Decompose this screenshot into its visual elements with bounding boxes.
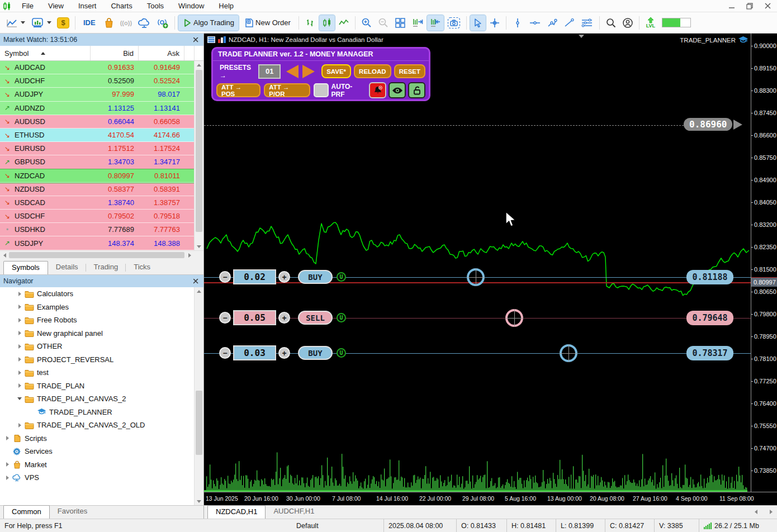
scroll-down-icon[interactable] <box>195 243 203 250</box>
navigator-item-scripts[interactable]: Scripts <box>0 432 203 445</box>
tab-details[interactable]: Details <box>48 261 86 274</box>
minimize-button[interactable] <box>728 3 736 10</box>
menu-item-file[interactable]: File <box>15 0 41 12</box>
increase-lot-button[interactable]: + <box>278 347 290 359</box>
crosshair-tool-button[interactable] <box>487 15 503 31</box>
navigator-item-services[interactable]: Services <box>0 445 203 458</box>
side-pill-sell[interactable]: SELL <box>298 311 333 325</box>
reset-button[interactable]: RESET <box>394 64 425 78</box>
levels-tool-button[interactable] <box>578 15 596 31</box>
account-button[interactable] <box>620 15 636 31</box>
attach-pending-button[interactable]: ATT → P/OR <box>264 83 310 97</box>
scroll-down-icon[interactable] <box>195 497 203 505</box>
navigator-item-trade-plan[interactable]: TRADE_PLAN <box>0 379 203 393</box>
navigator-item-market[interactable]: Market <box>0 458 203 472</box>
navigator-item-vps[interactable]: VPS <box>0 471 203 484</box>
market-watch-vscrollbar[interactable] <box>194 61 203 250</box>
market-store-button[interactable] <box>101 15 117 31</box>
tab-favorites[interactable]: Favorites <box>50 505 95 519</box>
side-pill-buy[interactable]: BUY <box>298 346 333 360</box>
navigator-item-free-robots[interactable]: Free Robots <box>0 314 203 327</box>
preset-next-button[interactable] <box>302 65 315 78</box>
restore-button[interactable] <box>746 3 754 10</box>
chart-tab-nzdcad-h1[interactable]: NZDCAD,H1 <box>207 505 266 519</box>
line-chart-mode-button[interactable] <box>336 15 352 31</box>
community-button[interactable] <box>154 15 171 31</box>
menu-item-window[interactable]: Window <box>171 0 211 12</box>
target-handle[interactable] <box>505 309 523 327</box>
navigator-close-icon[interactable] <box>191 277 200 286</box>
power-toggle-button[interactable]: U <box>337 272 346 282</box>
new-order-button[interactable]: New Order <box>240 15 295 31</box>
trade-planner-panel[interactable]: TRADE PLANNER ver. 1.2 - MONEY MANAGER P… <box>211 47 430 101</box>
tree-chevron-icon[interactable] <box>16 397 23 400</box>
navigator-item-trade-planner[interactable]: TRADE_PLANNER <box>0 406 203 419</box>
time-axis[interactable]: 13 Jun 202520 Jun 16:0030 Jun 00:007 Jul… <box>204 492 777 505</box>
search-button[interactable] <box>603 15 619 31</box>
reload-button[interactable]: RELOAD <box>354 64 391 78</box>
alert-line[interactable] <box>204 125 684 126</box>
alert-price-tag[interactable]: 0.86960 <box>684 118 742 131</box>
market-watch-row[interactable]: ↘EURUSD1.175121.17524 <box>0 142 203 155</box>
polyline-tool-button[interactable] <box>544 15 560 31</box>
tree-chevron-icon[interactable] <box>16 305 23 309</box>
increase-lot-button[interactable]: + <box>278 271 290 283</box>
tree-chevron-icon[interactable] <box>16 383 23 388</box>
navigator-item-new-graphical-panel[interactable]: New graphical panel <box>0 327 203 340</box>
market-watch-column-header[interactable]: Symbol Bid Ask <box>0 46 203 61</box>
alerts-off-button[interactable] <box>369 82 386 98</box>
decrease-lot-button[interactable]: − <box>219 271 231 283</box>
one-click-trading-icon[interactable] <box>218 36 226 43</box>
chart-tab-scroll-arrows[interactable] <box>755 510 773 514</box>
tile-windows-button[interactable] <box>392 15 408 31</box>
trendline-tool-button[interactable] <box>561 15 577 31</box>
navigator-item-trade-plan-canvas-2[interactable]: TRADE_PLAN_CANVAS_2 <box>0 392 203 406</box>
algo-trading-button[interactable]: Algo Trading <box>178 15 239 31</box>
tree-chevron-icon[interactable] <box>3 462 11 467</box>
bar-chart-mode-button[interactable] <box>302 15 318 31</box>
tree-chevron-icon[interactable] <box>3 476 11 480</box>
metaeditor-button[interactable]: IDE <box>79 15 100 31</box>
market-watch-row[interactable]: ↘USDCHF0.795020.79518 <box>0 210 203 223</box>
market-watch-row[interactable]: ↘USDCAD1.387401.38757 <box>0 196 203 210</box>
scroll-up-icon[interactable] <box>195 287 203 295</box>
market-watch-row[interactable]: ↘AUDCAD0.916330.91649 <box>0 61 203 74</box>
close-button[interactable] <box>764 3 771 10</box>
market-watch-row[interactable]: ↗GBPUSD1.347031.34717 <box>0 155 203 169</box>
attach-position-button[interactable]: ATT → POS <box>216 83 260 97</box>
tree-chevron-icon[interactable] <box>16 331 23 335</box>
horizontal-line-tool-button[interactable] <box>527 15 543 31</box>
tree-chevron-icon[interactable] <box>16 292 23 296</box>
tree-chevron-icon[interactable] <box>3 436 11 440</box>
market-watch-close-icon[interactable] <box>191 35 200 44</box>
screenshot-button[interactable] <box>445 15 463 31</box>
market-watch-row[interactable]: ↘ETHUSD4170.544174.66 <box>0 129 203 142</box>
preset-prev-button[interactable] <box>286 65 299 78</box>
market-watch-row[interactable]: ↘AUDUSD0.660440.66058 <box>0 115 203 129</box>
power-toggle-button[interactable]: U <box>337 313 346 322</box>
decrease-lot-button[interactable]: − <box>219 347 231 359</box>
auto-scroll-button[interactable] <box>409 15 426 31</box>
status-profile[interactable]: Default <box>292 519 384 532</box>
market-watch-row[interactable]: ↘NZDCAD0.809970.81011 <box>0 169 203 183</box>
navigator-item-test[interactable]: test <box>0 366 203 379</box>
chart-shift-button[interactable] <box>427 15 444 31</box>
scrollbar-thumb[interactable] <box>196 391 202 455</box>
side-pill-buy[interactable]: BUY <box>298 270 333 284</box>
depth-of-market-icon[interactable] <box>207 36 215 43</box>
lock-button[interactable] <box>408 82 425 98</box>
cursor-tool-button[interactable] <box>470 15 486 31</box>
auto-prf-checkbox[interactable] <box>314 83 328 97</box>
market-watch-hscrollbar[interactable] <box>0 250 203 259</box>
menu-item-view[interactable]: View <box>41 0 71 12</box>
menu-item-insert[interactable]: Insert <box>71 0 104 12</box>
chart-tab-audchf-h1[interactable]: AUDCHF,H1 <box>266 505 322 519</box>
target-handle[interactable] <box>467 268 485 286</box>
chart-area[interactable]: NZDCAD, H1: New Zealand Dollar vs Canadi… <box>204 34 777 505</box>
navigator-item-project-reversal[interactable]: PROJECT_REVERSAL <box>0 353 203 367</box>
scrollbar-thumb[interactable] <box>196 70 202 232</box>
market-watch-row[interactable]: •USDHKD7.776897.77763 <box>0 223 203 236</box>
zoom-out-button[interactable] <box>376 15 391 31</box>
power-toggle-button[interactable]: U <box>337 348 346 358</box>
price-scale[interactable]: 0.900000.891500.883000.874500.866000.857… <box>751 34 777 492</box>
